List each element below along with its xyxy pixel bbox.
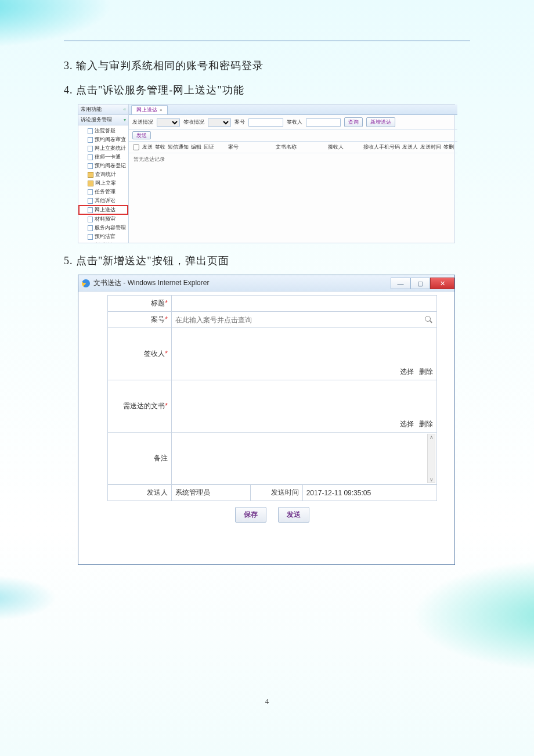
step-3: 3. 输入与审判系统相同的账号和密码登录 [64, 59, 470, 73]
label-caseno: 案号* [108, 312, 172, 328]
nav-item[interactable]: 预约阅卷登记 [78, 161, 128, 170]
nav-item[interactable]: 判后答疑 [78, 241, 128, 243]
collapse-icon[interactable]: « [124, 107, 126, 112]
common-func-label: 常用功能 [81, 106, 102, 113]
col-docname: 文书名称 [276, 143, 297, 151]
window-title: 文书送达 - Windows Internet Explorer [93, 278, 209, 288]
label-title: 标题* [108, 296, 172, 312]
nav-item[interactable]: 预约法官 [78, 232, 128, 241]
delete-signer-link[interactable]: 删除 [419, 368, 433, 376]
query-button[interactable]: 查询 [344, 117, 363, 127]
label-remark: 备注 [108, 433, 172, 485]
nav-item[interactable]: 网上立案统计 [78, 144, 128, 153]
dialog-button-row: 保存 发送 [107, 501, 437, 528]
col-send: 发送 [142, 143, 153, 151]
filter-sign-status[interactable] [208, 118, 231, 127]
nav-folder[interactable]: 查询统计 [78, 170, 128, 179]
col-phone: 接收人手机号码 [363, 143, 400, 151]
step-5: 5. 点击"新增送达"按钮，弹出页面 [64, 254, 470, 268]
nav-item[interactable]: 其他诉讼 [78, 196, 128, 205]
filter-send-status[interactable] [157, 118, 180, 127]
sidebar-service-header[interactable]: 诉讼服务管理 ▾ [78, 115, 128, 125]
col-receipt: 回证 [204, 143, 214, 151]
filter-signer-input[interactable] [306, 118, 341, 127]
empty-message: 暂无送达记录 [129, 153, 457, 165]
screenshot-1: 常用功能 « 诉讼服务管理 ▾ 法院答疑 预约阅卷审查 网上立案统计 律师一卡通… [78, 104, 455, 243]
screenshot-2-dialog: 文书送达 - Windows Internet Explorer — ▢ ✕ 标… [78, 275, 455, 565]
scroll-up-icon[interactable]: ∧ [428, 434, 435, 440]
remark-cell[interactable]: ∧∨ [172, 433, 437, 485]
select-all-checkbox[interactable] [133, 144, 139, 150]
scrollbar[interactable]: ∧∨ [427, 434, 435, 483]
filter-row: 发送情况 签收情况 案号 签收人 查询 新增送达 [129, 115, 457, 130]
add-delivery-button[interactable]: 新增送达 [366, 117, 395, 127]
label-signer: 签收人* [108, 328, 172, 380]
label-docs: 需送达的文书* [108, 380, 172, 433]
sender-value: 系统管理员 [172, 485, 251, 501]
col-caseno: 案号 [228, 143, 239, 151]
sidebar-common-header[interactable]: 常用功能 « [78, 105, 128, 115]
filter-sign-status-label: 签收情况 [183, 118, 204, 126]
col-sms: 短信通知 [168, 143, 189, 151]
tab-online-delivery[interactable]: 网上送达× [131, 105, 168, 114]
nav-item[interactable]: 服务内容管理 [78, 224, 128, 232]
select-doc-link[interactable]: 选择 [400, 420, 414, 428]
nav-item[interactable]: 材料预审 [78, 215, 128, 224]
form-table: 标题* 案号* 签收人* 选择 删除 [107, 295, 437, 501]
filter-send-status-label: 发送情况 [132, 118, 153, 126]
ie-icon [82, 279, 90, 287]
minimize-button[interactable]: — [391, 278, 410, 289]
col-sendtime: 发送时间 [420, 143, 441, 151]
close-button[interactable]: ✕ [430, 278, 454, 289]
main-panel: 网上送达× 发送情况 签收情况 案号 签收人 查询 新增送达 发送 发送 [129, 105, 457, 243]
title-input[interactable] [175, 300, 433, 308]
send-button[interactable]: 发送 [278, 507, 309, 523]
send-row: 发送 [129, 130, 457, 142]
save-button[interactable]: 保存 [235, 507, 266, 523]
sidebar: 常用功能 « 诉讼服务管理 ▾ 法院答疑 预约阅卷审查 网上立案统计 律师一卡通… [78, 105, 129, 243]
filter-case-no-input[interactable] [248, 118, 283, 127]
docs-cell: 选择 删除 [172, 380, 437, 433]
col-sign: 签收 [155, 143, 165, 151]
col-edit: 编辑 [191, 143, 201, 151]
svc-mgmt-label: 诉讼服务管理 [81, 116, 112, 124]
nav-item[interactable]: 任务管理 [78, 188, 128, 196]
label-sendtime: 发送时间 [250, 485, 302, 501]
nav-item[interactable]: 预约阅卷审查 [78, 135, 128, 144]
close-icon[interactable]: × [160, 107, 163, 113]
tab-bar: 网上送达× [129, 105, 457, 115]
nav-item[interactable]: 律师一卡通 [78, 153, 128, 161]
select-signer-link[interactable]: 选择 [400, 368, 414, 376]
col-recv: 接收人 [328, 143, 344, 151]
table-header: 发送 签收 短信通知 编辑 回证 案号 文书名称 接收人 接收人手机号码 发送人… [129, 142, 457, 153]
nav-tree: 法院答疑 预约阅卷审查 网上立案统计 律师一卡通 预约阅卷登记 查询统计 网上立… [78, 125, 128, 243]
tab-label: 网上送达 [136, 107, 157, 113]
scroll-down-icon[interactable]: ∨ [428, 477, 435, 483]
nav-item[interactable]: 法院答疑 [78, 127, 128, 135]
expand-icon[interactable]: ▾ [124, 117, 126, 123]
maximize-button[interactable]: ▢ [410, 278, 430, 289]
nav-item-online-delivery[interactable]: 网上送达 [78, 205, 128, 215]
filter-signer-label: 签收人 [287, 118, 302, 126]
search-icon[interactable] [425, 316, 433, 324]
col-del: 签删 [443, 143, 454, 151]
send-button[interactable]: 发送 [132, 131, 151, 139]
signer-cell: 选择 删除 [172, 328, 437, 380]
col-sender: 发送人 [402, 143, 418, 151]
sendtime-value: 2017-12-11 09:35:05 [302, 485, 436, 501]
window-titlebar: 文书送达 - Windows Internet Explorer — ▢ ✕ [78, 275, 454, 291]
filter-case-no-label: 案号 [234, 118, 245, 126]
delete-doc-link[interactable]: 删除 [419, 420, 433, 428]
step-4: 4. 点击"诉讼服务管理-网上送达"功能 [64, 83, 470, 97]
top-rule [64, 41, 470, 41]
page-number: 4 [0, 697, 534, 706]
nav-folder[interactable]: 网上立案 [78, 179, 128, 188]
label-sender: 发送人 [108, 485, 172, 501]
caseno-input[interactable] [175, 316, 433, 324]
